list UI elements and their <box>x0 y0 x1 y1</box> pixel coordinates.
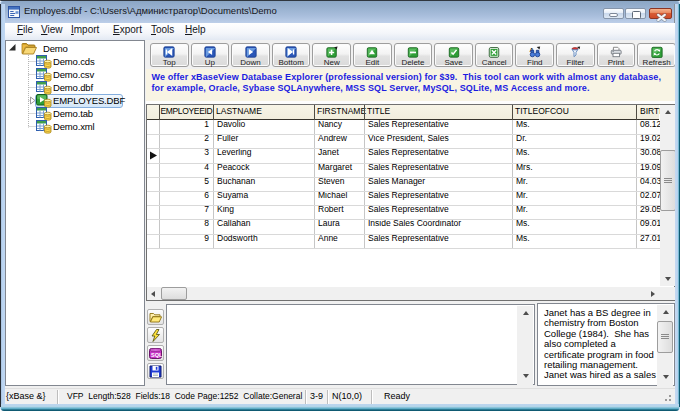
svg-text:SQL: SQL <box>151 352 162 358</box>
